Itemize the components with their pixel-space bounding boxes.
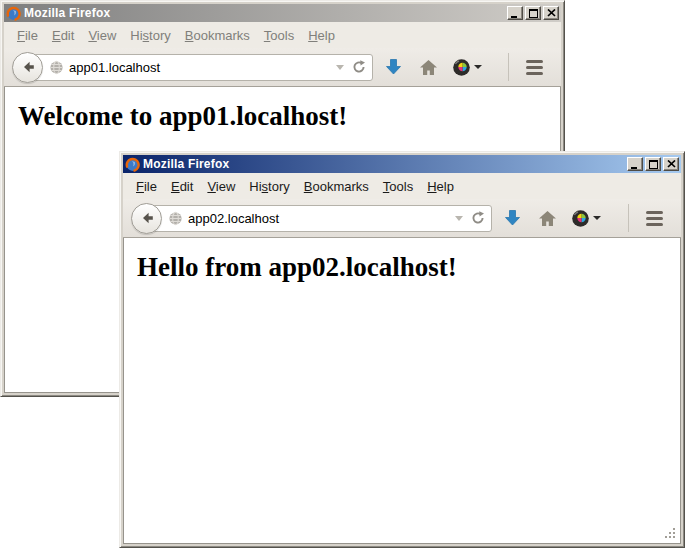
menu-item-view[interactable]: View — [81, 25, 123, 46]
download-button[interactable] — [378, 52, 408, 82]
extension-colorwheel-button[interactable] — [448, 52, 486, 82]
colorwheel-icon — [452, 58, 471, 77]
menu-item-file[interactable]: File — [129, 176, 164, 197]
urlbar-dropdown-icon[interactable] — [455, 216, 463, 221]
home-button[interactable] — [532, 203, 562, 233]
back-arrow-icon — [20, 59, 36, 75]
back-arrow-icon — [139, 210, 155, 226]
url-bar[interactable]: app01.localhost — [27, 54, 373, 81]
colorwheel-icon — [571, 209, 590, 228]
menu-item-view[interactable]: View — [200, 176, 242, 197]
reload-icon[interactable] — [470, 210, 486, 226]
menu-item-history[interactable]: History — [123, 25, 177, 46]
urlbar-dropdown-icon[interactable] — [336, 65, 344, 70]
maximize-button[interactable] — [645, 157, 661, 171]
maximize-icon — [529, 9, 538, 18]
home-icon — [419, 59, 438, 76]
url-text[interactable]: app02.localhost — [188, 211, 451, 226]
titlebar[interactable]: Mozilla Firefox — [4, 4, 561, 22]
download-arrow-icon — [504, 209, 521, 227]
download-button[interactable] — [497, 203, 527, 233]
resize-grip[interactable] — [665, 528, 676, 539]
window-title: Mozilla Firefox — [24, 6, 110, 20]
chevron-down-icon — [593, 216, 601, 220]
menu-item-bookmarks[interactable]: Bookmarks — [297, 176, 376, 197]
url-text[interactable]: app01.localhost — [69, 60, 332, 75]
menu-hamburger-button[interactable] — [639, 203, 669, 233]
menu-item-history[interactable]: History — [242, 176, 296, 197]
menu-item-tools[interactable]: Tools — [257, 25, 301, 46]
maximize-button[interactable] — [525, 6, 541, 20]
reload-icon[interactable] — [351, 59, 367, 75]
page-heading: Hello from app02.localhost! — [137, 252, 680, 283]
navigation-toolbar: app02.localhost — [123, 199, 681, 238]
download-arrow-icon — [385, 58, 402, 76]
home-icon — [538, 210, 557, 227]
minimize-button[interactable] — [627, 157, 643, 171]
menu-item-tools[interactable]: Tools — [376, 176, 420, 197]
toolbar-separator — [508, 53, 509, 81]
close-icon — [667, 160, 676, 168]
page-heading: Welcome to app01.localhost! — [18, 101, 560, 132]
minimize-button[interactable] — [507, 6, 523, 20]
toolbar-separator — [628, 204, 629, 232]
minimize-icon — [631, 167, 637, 169]
menu-item-help[interactable]: Help — [301, 25, 342, 46]
back-button[interactable] — [12, 52, 43, 83]
firefox-window-app02: Mozilla Firefox FileEditViewHistoryBookm… — [119, 151, 685, 548]
menu-bar: FileEditViewHistoryBookmarksToolsHelp — [123, 173, 681, 199]
firefox-logo-icon — [125, 157, 140, 172]
close-icon — [547, 9, 556, 17]
menu-item-edit[interactable]: Edit — [45, 25, 81, 46]
minimize-icon — [511, 16, 517, 18]
hamburger-icon — [526, 60, 543, 63]
menu-item-file[interactable]: File — [10, 25, 45, 46]
extension-colorwheel-button[interactable] — [567, 203, 605, 233]
site-identity-globe-icon — [168, 211, 183, 226]
menu-bar: FileEditViewHistoryBookmarksToolsHelp — [4, 22, 561, 48]
menu-item-edit[interactable]: Edit — [164, 176, 200, 197]
close-button[interactable] — [663, 157, 679, 171]
chevron-down-icon — [474, 65, 482, 69]
menu-hamburger-button[interactable] — [519, 52, 549, 82]
window-title: Mozilla Firefox — [143, 157, 229, 171]
menu-item-help[interactable]: Help — [420, 176, 461, 197]
menu-item-bookmarks[interactable]: Bookmarks — [178, 25, 257, 46]
hamburger-icon — [646, 211, 663, 214]
close-button[interactable] — [543, 6, 559, 20]
site-identity-globe-icon — [49, 60, 64, 75]
maximize-icon — [649, 160, 658, 169]
titlebar[interactable]: Mozilla Firefox — [123, 155, 681, 173]
firefox-logo-icon — [6, 6, 21, 21]
page-content: Hello from app02.localhost! — [123, 238, 681, 544]
url-bar[interactable]: app02.localhost — [146, 205, 492, 232]
back-button[interactable] — [131, 203, 162, 234]
navigation-toolbar: app01.localhost — [4, 48, 561, 87]
home-button[interactable] — [413, 52, 443, 82]
